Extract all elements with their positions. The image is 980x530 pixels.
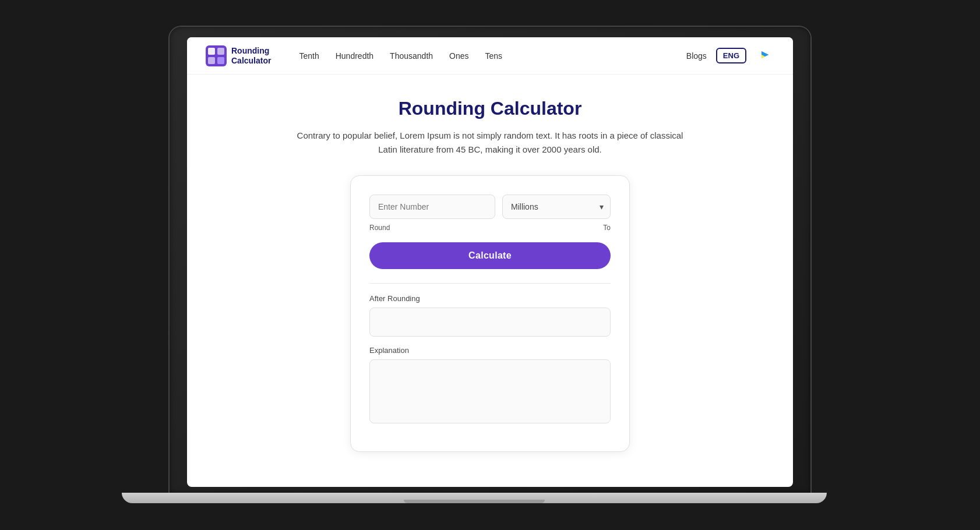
round-label: Round — [369, 224, 390, 232]
nav-right: Blogs ENG — [686, 47, 774, 65]
svg-rect-1 — [208, 48, 215, 55]
number-input[interactable] — [369, 195, 495, 219]
after-rounding-section: After Rounding — [369, 294, 611, 337]
explanation-label: Explanation — [369, 346, 611, 355]
explanation-section: Explanation — [369, 346, 611, 423]
language-button[interactable]: ENG — [716, 48, 746, 63]
nav-links: Tenth Hundredth Thousandth Ones Tens — [299, 51, 667, 61]
nav-link-ones[interactable]: Ones — [449, 51, 468, 61]
laptop-base — [122, 493, 827, 503]
round-to-select[interactable]: Millions Ones Tens Hundreds Thousands Te… — [502, 195, 611, 219]
svg-rect-3 — [208, 57, 215, 64]
after-rounding-box — [369, 308, 611, 337]
google-play-icon[interactable] — [756, 47, 774, 65]
logo-icon — [206, 45, 227, 66]
svg-rect-2 — [217, 48, 224, 55]
navbar: Rounding Calculator Tenth Hundredth Thou… — [187, 37, 793, 75]
select-wrapper: Millions Ones Tens Hundreds Thousands Te… — [502, 195, 611, 219]
after-rounding-label: After Rounding — [369, 294, 611, 303]
calculate-button[interactable]: Calculate — [369, 242, 611, 269]
to-label: To — [603, 224, 611, 232]
page-title: Rounding Calculator — [399, 98, 582, 119]
logo-text: Rounding Calculator — [231, 46, 271, 66]
input-row: Millions Ones Tens Hundreds Thousands Te… — [369, 195, 611, 219]
nav-link-thousandth[interactable]: Thousandth — [390, 51, 433, 61]
nav-link-tenth[interactable]: Tenth — [299, 51, 319, 61]
nav-link-hundredth[interactable]: Hundredth — [336, 51, 373, 61]
main-content: Rounding Calculator Contrary to popular … — [187, 75, 793, 487]
calculator-card: Millions Ones Tens Hundreds Thousands Te… — [350, 175, 630, 452]
label-row: Round To — [369, 224, 611, 232]
svg-rect-4 — [217, 57, 224, 64]
page-description: Contrary to popular belief, Lorem Ipsum … — [292, 129, 688, 157]
divider — [369, 283, 611, 284]
blogs-link[interactable]: Blogs — [686, 51, 707, 61]
explanation-box — [369, 359, 611, 423]
nav-link-tens[interactable]: Tens — [485, 51, 503, 61]
logo[interactable]: Rounding Calculator — [206, 45, 271, 66]
